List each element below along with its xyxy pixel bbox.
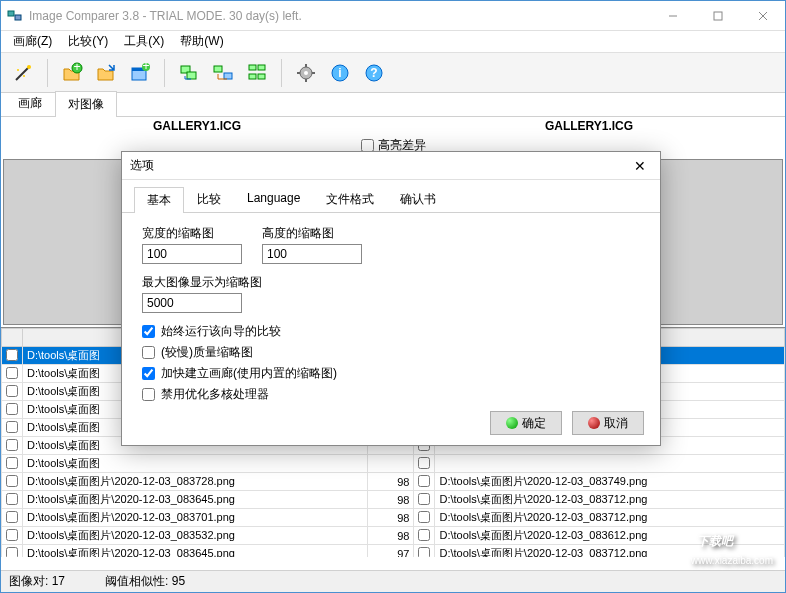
row-score: 97 bbox=[367, 545, 414, 558]
check-disable-multicore[interactable] bbox=[142, 388, 155, 401]
status-threshold-value: 95 bbox=[172, 574, 185, 588]
check-speedup[interactable] bbox=[142, 367, 155, 380]
tab-image-pairs[interactable]: 对图像 bbox=[55, 91, 117, 117]
dialog-tabstrip: 基本 比较 Language 文件格式 确认书 bbox=[122, 180, 660, 213]
thumb-height-input[interactable] bbox=[262, 244, 362, 264]
svg-rect-17 bbox=[214, 66, 222, 72]
ok-icon bbox=[506, 417, 518, 429]
gallery-header-left: GALLERY1.ICG bbox=[1, 117, 393, 135]
dialog-tab-compare[interactable]: 比较 bbox=[184, 186, 234, 212]
table-row[interactable]: D:\tools\桌面图片\2020-12-03_083701.png98D:\… bbox=[2, 509, 785, 527]
row-right-path bbox=[435, 455, 785, 473]
row-checkbox-left[interactable] bbox=[6, 385, 18, 397]
row-checkbox-left[interactable] bbox=[6, 493, 18, 505]
menubar: 画廊(Z) 比较(Y) 工具(X) 帮助(W) bbox=[1, 31, 785, 53]
row-checkbox-right[interactable] bbox=[418, 529, 430, 541]
menu-gallery[interactable]: 画廊(Z) bbox=[5, 31, 60, 52]
svg-rect-22 bbox=[258, 74, 265, 79]
compare-within-button[interactable] bbox=[175, 59, 203, 87]
status-threshold-label: 阈值相似性: bbox=[105, 574, 168, 588]
minimize-button[interactable] bbox=[650, 1, 695, 30]
row-score: 98 bbox=[367, 473, 414, 491]
row-left-path: D:\tools\桌面图片\2020-12-03_083701.png bbox=[23, 509, 368, 527]
compare-between-button[interactable] bbox=[209, 59, 237, 87]
svg-rect-20 bbox=[258, 65, 265, 70]
row-checkbox-left[interactable] bbox=[6, 547, 18, 558]
dialog-close-button[interactable]: ✕ bbox=[628, 154, 652, 178]
row-right-path: D:\tools\桌面图片\2020-12-03_083612.png bbox=[435, 527, 785, 545]
svg-point-8 bbox=[23, 75, 25, 77]
max-image-input[interactable] bbox=[142, 293, 242, 313]
row-checkbox-left[interactable] bbox=[6, 367, 18, 379]
dialog-titlebar[interactable]: 选项 ✕ bbox=[122, 152, 660, 180]
open-gallery-button[interactable] bbox=[92, 59, 120, 87]
check-always-run[interactable] bbox=[142, 325, 155, 338]
info-button[interactable]: i bbox=[326, 59, 354, 87]
svg-rect-21 bbox=[249, 74, 256, 79]
toolbar: + + i ? bbox=[1, 53, 785, 93]
dialog-tab-basic[interactable]: 基本 bbox=[134, 187, 184, 213]
svg-rect-16 bbox=[187, 72, 196, 79]
wizard-button[interactable] bbox=[9, 59, 37, 87]
row-right-path: D:\tools\桌面图片\2020-12-03_083712.png bbox=[435, 491, 785, 509]
menu-tools[interactable]: 工具(X) bbox=[116, 31, 172, 52]
settings-button[interactable] bbox=[292, 59, 320, 87]
row-checkbox-left[interactable] bbox=[6, 421, 18, 433]
table-row[interactable]: D:\tools\桌面图片\2020-12-03_083645.png98D:\… bbox=[2, 491, 785, 509]
row-checkbox-left[interactable] bbox=[6, 475, 18, 487]
dialog-tab-language[interactable]: Language bbox=[234, 186, 313, 212]
row-checkbox-right[interactable] bbox=[418, 547, 430, 558]
thumb-width-input[interactable] bbox=[142, 244, 242, 264]
row-checkbox-left[interactable] bbox=[6, 457, 18, 469]
row-score: 98 bbox=[367, 527, 414, 545]
thumb-width-label: 宽度的缩略图 bbox=[142, 225, 242, 242]
help-button[interactable]: ? bbox=[360, 59, 388, 87]
compare-all-button[interactable] bbox=[243, 59, 271, 87]
row-checkbox-left[interactable] bbox=[6, 403, 18, 415]
row-right-path: D:\tools\桌面图片\2020-12-03_083712.png bbox=[435, 545, 785, 558]
row-left-path: D:\tools\桌面图 bbox=[23, 455, 368, 473]
main-tabstrip: 画廊 对图像 bbox=[1, 93, 785, 117]
menu-compare[interactable]: 比较(Y) bbox=[60, 31, 116, 52]
svg-point-7 bbox=[17, 69, 19, 71]
row-left-path: D:\tools\桌面图片\2020-12-03_083645.png bbox=[23, 545, 368, 558]
row-checkbox-right[interactable] bbox=[418, 457, 430, 469]
dialog-tab-fileformat[interactable]: 文件格式 bbox=[313, 186, 387, 212]
table-row[interactable]: D:\tools\桌面图 bbox=[2, 455, 785, 473]
gallery-header-right: GALLERY1.ICG bbox=[393, 117, 785, 135]
close-button[interactable] bbox=[740, 1, 785, 30]
tab-gallery[interactable]: 画廊 bbox=[5, 90, 55, 116]
row-checkbox-right[interactable] bbox=[418, 511, 430, 523]
row-score: 98 bbox=[367, 491, 414, 509]
check-slow-thumb[interactable] bbox=[142, 346, 155, 359]
ok-button[interactable]: 确定 bbox=[490, 411, 562, 435]
row-checkbox-right[interactable] bbox=[418, 493, 430, 505]
table-row[interactable]: D:\tools\桌面图片\2020-12-03_083728.png98D:\… bbox=[2, 473, 785, 491]
row-right-path: D:\tools\桌面图片\2020-12-03_083749.png bbox=[435, 473, 785, 491]
svg-rect-3 bbox=[714, 12, 722, 20]
dialog-tab-confirm[interactable]: 确认书 bbox=[387, 186, 449, 212]
row-checkbox-right[interactable] bbox=[418, 475, 430, 487]
menu-help[interactable]: 帮助(W) bbox=[172, 31, 231, 52]
row-checkbox-left[interactable] bbox=[6, 529, 18, 541]
titlebar: Image Comparer 3.8 - TRIAL MODE. 30 day(… bbox=[1, 1, 785, 31]
svg-text:+: + bbox=[73, 62, 80, 74]
new-gallery-button[interactable]: + bbox=[58, 59, 86, 87]
table-row[interactable]: D:\tools\桌面图片\2020-12-03_083532.png98D:\… bbox=[2, 527, 785, 545]
options-dialog: 选项 ✕ 基本 比较 Language 文件格式 确认书 宽度的缩略图 高度的缩… bbox=[121, 151, 661, 446]
row-checkbox-left[interactable] bbox=[6, 511, 18, 523]
svg-point-24 bbox=[304, 71, 308, 75]
status-pairs-label: 图像对: bbox=[9, 574, 48, 588]
svg-text:i: i bbox=[338, 66, 341, 80]
svg-rect-1 bbox=[15, 15, 21, 20]
row-left-path: D:\tools\桌面图片\2020-12-03_083645.png bbox=[23, 491, 368, 509]
row-left-path: D:\tools\桌面图片\2020-12-03_083532.png bbox=[23, 527, 368, 545]
maximize-button[interactable] bbox=[695, 1, 740, 30]
row-checkbox-left[interactable] bbox=[6, 349, 18, 361]
add-folder-button[interactable]: + bbox=[126, 59, 154, 87]
cancel-button[interactable]: 取消 bbox=[572, 411, 644, 435]
row-checkbox-left[interactable] bbox=[6, 439, 18, 451]
row-score: 98 bbox=[367, 509, 414, 527]
table-row[interactable]: D:\tools\桌面图片\2020-12-03_083645.png97D:\… bbox=[2, 545, 785, 558]
thumb-height-label: 高度的缩略图 bbox=[262, 225, 362, 242]
